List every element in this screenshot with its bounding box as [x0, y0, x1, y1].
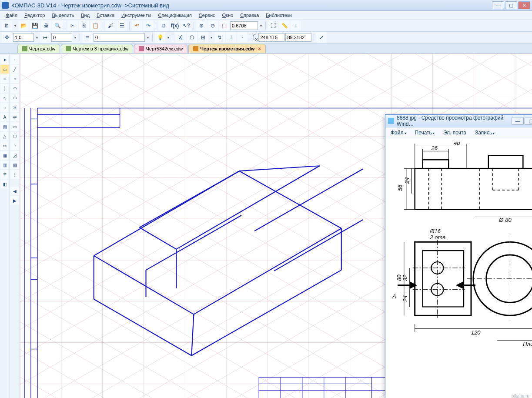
viewer-menu-print[interactable]: Печать▾ [415, 130, 435, 136]
trim-icon[interactable]: ✂ [0, 141, 9, 150]
menu-file[interactable]: Файл [3, 12, 20, 19]
menu-help[interactable]: Справка [237, 12, 262, 19]
dim-icon[interactable]: ↔ [0, 103, 9, 112]
prev-cmd-icon[interactable]: ◀ [10, 187, 19, 195]
paste-button[interactable]: 📋 [90, 20, 100, 31]
svg-line-40 [20, 54, 402, 398]
line-style-icon[interactable]: ≡ [0, 74, 9, 83]
viewer-menu-file[interactable]: Файл▾ [391, 130, 406, 136]
zoom-window-button[interactable]: ⬚ [219, 20, 229, 31]
measure-button[interactable]: 📏 [279, 20, 290, 31]
zoom-out-button[interactable]: ⊖ [207, 20, 218, 31]
bezier-icon[interactable]: S [10, 103, 19, 112]
menu-tools[interactable]: Инструменты [118, 12, 154, 19]
viewer-menu-record[interactable]: Запись▾ [475, 130, 495, 136]
photo-viewer-window[interactable]: 8888.jpg - Средство просмотра фотографий… [385, 114, 532, 398]
coord-x-input[interactable] [258, 33, 284, 42]
viewer-menu-email[interactable]: Эл. почта [443, 130, 466, 136]
redo-button[interactable]: ↷ [143, 20, 154, 31]
table-icon[interactable]: ▦ [0, 151, 9, 160]
color-icon[interactable]: ◧ [0, 180, 9, 188]
copy-button[interactable]: ⎘ [79, 20, 89, 31]
chamfer-icon[interactable]: ◿ [10, 151, 19, 160]
fillet-icon[interactable]: ◝ [10, 141, 19, 150]
circle-icon[interactable]: ○ [10, 74, 19, 83]
tab-doc-4-active[interactable]: Чертеж изометрия.cdw× [188, 44, 265, 53]
ellipse-icon[interactable]: ⬭ [10, 94, 19, 102]
zoom-input[interactable] [230, 21, 258, 30]
properties-button[interactable]: ☰ [117, 20, 127, 31]
undo-button[interactable]: ↶ [132, 20, 142, 31]
line-weight-input[interactable] [13, 33, 34, 42]
step-arrow-icon[interactable]: ↦ [40, 32, 50, 43]
new-button[interactable]: 🗎 [2, 20, 12, 31]
cut-button[interactable]: ✂ [67, 20, 78, 31]
menu-libs[interactable]: Библиотеки [263, 12, 295, 19]
poly-icon[interactable]: ⬠ [10, 132, 19, 140]
window-close-button[interactable]: ✕ [518, 1, 530, 9]
workspace: ➤ ▭ ≡ ┊ ∿ ↔ A ▤ △ ✂ ▦ ▥ ≣ ◧ · ╱ ○ ◠ ⬭ S … [0, 54, 532, 398]
svg-rect-125 [423, 160, 449, 168]
brush-icon[interactable]: 🖌 [105, 20, 116, 31]
menu-service[interactable]: Сервис [196, 12, 218, 19]
drawing-canvas[interactable]: Лит. Масса Масштаб 8888.jpg - Средство п… [20, 54, 532, 398]
snap-dot-icon[interactable]: · [237, 32, 248, 43]
print-button[interactable]: 🖶 [41, 20, 51, 31]
offset-icon[interactable]: ⇄ [10, 113, 19, 121]
viewer-max-button[interactable]: ▢ [525, 117, 532, 125]
tab-doc-1[interactable]: Чертеж.cdw [17, 44, 60, 53]
tab-doc-2[interactable]: Чертеж в 3 прекциях.cdw [61, 44, 133, 53]
zoom-fit-button[interactable]: ⛶ [268, 20, 278, 31]
layer-selector[interactable] [94, 33, 145, 42]
preview-button[interactable]: 🔍 [52, 20, 63, 31]
menu-select[interactable]: Выделить [49, 12, 77, 19]
line-gap-icon[interactable]: ┊ [0, 84, 9, 93]
orientation-button[interactable]: ↕ [291, 20, 301, 31]
variables-button[interactable]: f(x) [170, 20, 180, 31]
help-arrow-icon[interactable]: ↖? [181, 20, 191, 31]
snap-poly-icon[interactable]: ⬠ [187, 32, 197, 43]
snap-angle-icon[interactable]: ∡ [175, 32, 186, 43]
menu-view[interactable]: Вид [78, 12, 93, 19]
hatch2-icon[interactable]: ▨ [10, 161, 19, 169]
viewer-min-button[interactable]: — [512, 117, 524, 125]
coord-y-input[interactable] [285, 33, 311, 42]
hatch-icon[interactable]: ▤ [0, 122, 9, 131]
svg-line-108 [274, 220, 363, 271]
layers2-icon[interactable]: ≣ [0, 170, 9, 179]
refresh-grid-button[interactable]: ⧉ [158, 20, 169, 31]
point-icon[interactable]: · [10, 55, 19, 64]
text-icon[interactable]: A [0, 113, 9, 121]
segment-icon[interactable]: ╱ [10, 65, 19, 74]
zoom-in-button[interactable]: ⊕ [196, 20, 207, 31]
lightbulb-icon[interactable]: 💡 [155, 32, 165, 43]
more-icon[interactable]: ⋮ [10, 170, 19, 179]
tab-close-icon[interactable]: × [258, 46, 261, 51]
sheet-icon[interactable]: ▥ [0, 161, 9, 169]
menu-insert[interactable]: Вставка [94, 12, 117, 19]
step-input[interactable] [51, 33, 72, 42]
spline-icon[interactable]: ∿ [0, 94, 9, 102]
save-button[interactable]: 💾 [30, 20, 40, 31]
move-icon[interactable]: ✥ [2, 32, 12, 43]
triangle-icon[interactable]: △ [0, 132, 9, 140]
menu-spec[interactable]: Спецификация [155, 12, 195, 19]
layers-icon[interactable]: ≣ [82, 32, 93, 43]
tab-doc-3[interactable]: Черт5342еж.cdw [134, 44, 187, 53]
window-minimize-button[interactable]: — [492, 1, 504, 9]
rect-icon[interactable]: ▭ [10, 122, 19, 131]
snap-perp-icon[interactable]: ⊥ [226, 32, 236, 43]
pointer-icon[interactable]: ➤ [0, 55, 9, 64]
snap-grid-icon[interactable]: ⊞ [198, 32, 208, 43]
menu-window[interactable]: Окно [219, 12, 237, 19]
next-cmd-icon[interactable]: ▶ [10, 196, 19, 205]
menu-editor[interactable]: Редактор [21, 12, 48, 19]
open-button[interactable]: 📂 [18, 20, 29, 31]
expand-icon[interactable]: ⤢ [316, 32, 327, 43]
window-maximize-button[interactable]: ▢ [505, 1, 517, 9]
snap-axis-icon[interactable]: ↯ [214, 32, 225, 43]
arc-icon[interactable]: ◠ [10, 84, 19, 93]
select-rect-icon[interactable]: ▭ [0, 65, 9, 74]
viewer-titlebar[interactable]: 8888.jpg - Средство просмотра фотографий… [385, 115, 532, 127]
svg-text:80: 80 [396, 274, 402, 281]
